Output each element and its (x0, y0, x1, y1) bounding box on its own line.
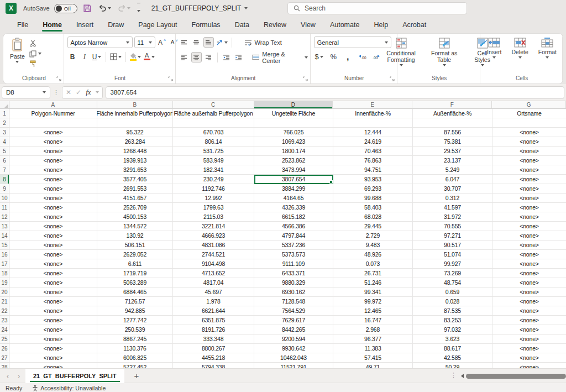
cell-G28[interactable]: <none> (492, 363, 566, 368)
cell-F17[interactable]: 99.927 (413, 259, 492, 269)
cell-A24[interactable]: <none> (9, 325, 97, 334)
cell-C18[interactable]: 4713.652 (173, 269, 254, 278)
cell-C4[interactable]: 806.14 (173, 137, 254, 147)
cell-A11[interactable]: <none> (9, 203, 97, 212)
select-all-corner[interactable] (0, 101, 9, 109)
clipboard-dialog-launcher-icon[interactable] (56, 76, 61, 81)
cell-G4[interactable]: <none> (492, 137, 566, 147)
cell-G7[interactable]: <none> (492, 165, 566, 175)
cell-D17[interactable]: 9111.109 (254, 259, 333, 269)
cell-E3[interactable]: 12.444 (333, 128, 413, 137)
cell-E27[interactable]: 57.415 (333, 353, 413, 363)
cell-F26[interactable]: 88.617 (413, 344, 492, 353)
row-header-15[interactable]: 15 (0, 241, 9, 250)
cell-B1[interactable]: Fläche innerhalb Pufferpolygon (97, 109, 173, 118)
format-cells-button[interactable]: Format (535, 36, 560, 60)
cell-B24[interactable]: 250.539 (97, 325, 173, 334)
cell-G6[interactable]: <none> (492, 156, 566, 165)
cell-G5[interactable]: <none> (492, 147, 566, 156)
cell-B5[interactable]: 1268.448 (97, 147, 173, 156)
cell-E20[interactable]: 99.341 (333, 288, 413, 297)
cell-A10[interactable]: <none> (9, 194, 97, 203)
cell-C20[interactable]: 45.697 (173, 288, 254, 297)
row-header-27[interactable]: 27 (0, 353, 9, 363)
cell-A22[interactable]: <none> (9, 306, 97, 316)
formula-input[interactable]: 3807.654 (106, 86, 564, 99)
menu-tab-data[interactable]: Data (228, 18, 256, 33)
cell-B7[interactable]: 3291.653 (97, 165, 173, 175)
cell-D24[interactable]: 8442.265 (254, 325, 333, 334)
cell-E1[interactable]: Innenfläche-% (333, 109, 413, 118)
cell-G15[interactable]: <none> (492, 241, 566, 250)
increase-indent-button[interactable] (233, 52, 244, 62)
cell-F21[interactable]: 0.028 (413, 297, 492, 306)
cell-A1[interactable]: Polygon-Nummer (9, 109, 97, 118)
cell-D10[interactable]: 4164.65 (254, 194, 333, 203)
align-left-button[interactable] (179, 52, 190, 62)
cell-C13[interactable]: 3221.814 (173, 222, 254, 231)
cell-B10[interactable]: 4151.657 (97, 194, 173, 203)
row-header-7[interactable]: 7 (0, 165, 9, 175)
cell-B2[interactable] (97, 118, 173, 128)
cell-E4[interactable]: 24.619 (333, 137, 413, 147)
prev-sheet-button[interactable]: ‹ (3, 372, 12, 380)
cell-C16[interactable]: 2744.521 (173, 250, 254, 259)
row-header-17[interactable]: 17 (0, 259, 9, 269)
cancel-icon[interactable]: ✕ (66, 88, 71, 96)
cell-E23[interactable]: 16.747 (333, 316, 413, 325)
borders-button[interactable] (109, 51, 122, 62)
cell-G17[interactable]: <none> (492, 259, 566, 269)
enter-icon[interactable]: ✓ (76, 88, 81, 96)
cell-C3[interactable]: 670.703 (173, 128, 254, 137)
row-header-3[interactable]: 3 (0, 128, 9, 137)
cell-F12[interactable]: 31.972 (413, 212, 492, 222)
cell-G11[interactable]: <none> (492, 203, 566, 212)
cell-F2[interactable] (413, 118, 492, 128)
cell-D15[interactable]: 5337.236 (254, 241, 333, 250)
next-sheet-button[interactable]: › (14, 372, 23, 380)
increase-decimal-button[interactable]: .00 (357, 51, 368, 62)
cell-F10[interactable]: 0.312 (413, 194, 492, 203)
cell-G1[interactable]: Ortsname (492, 109, 566, 118)
row-header-21[interactable]: 21 (0, 297, 9, 306)
cell-C26[interactable]: 8800.267 (173, 344, 254, 353)
cell-C8[interactable]: 230.249 (173, 175, 254, 184)
cell-B19[interactable]: 5063.289 (97, 278, 173, 288)
menu-tab-insert[interactable]: Insert (69, 18, 101, 33)
cell-G21[interactable]: <none> (492, 297, 566, 306)
cell-E2[interactable] (333, 118, 413, 128)
cell-F25[interactable]: 3.623 (413, 334, 492, 344)
cell-F27[interactable]: 42.585 (413, 353, 492, 363)
cell-A28[interactable]: <none> (9, 363, 97, 368)
cell-F3[interactable]: 87.556 (413, 128, 492, 137)
cell-A27[interactable]: <none> (9, 353, 97, 363)
row-header-20[interactable]: 20 (0, 288, 9, 297)
cell-G25[interactable]: <none> (492, 334, 566, 344)
cell-G23[interactable]: <none> (492, 316, 566, 325)
cell-G22[interactable]: <none> (492, 306, 566, 316)
cell-A13[interactable]: <none> (9, 222, 97, 231)
cell-E6[interactable]: 76.863 (333, 156, 413, 165)
cell-C27[interactable]: 4455.218 (173, 353, 254, 363)
menu-tab-file[interactable]: File (10, 18, 35, 33)
row-header-24[interactable]: 24 (0, 325, 9, 334)
cell-D27[interactable]: 10462.043 (254, 353, 333, 363)
cell-B28[interactable]: 5727.452 (97, 363, 173, 368)
font-name-select[interactable]: Aptos Narrow (67, 36, 133, 48)
row-header-5[interactable]: 5 (0, 147, 9, 156)
cell-F5[interactable]: 29.537 (413, 147, 492, 156)
column-header-D[interactable]: D (254, 101, 333, 109)
cell-A20[interactable]: <none> (9, 288, 97, 297)
cell-B11[interactable]: 2526.709 (97, 203, 173, 212)
cell-E28[interactable]: 49.71 (333, 363, 413, 368)
row-header-13[interactable]: 13 (0, 222, 9, 231)
cell-D7[interactable]: 3473.994 (254, 165, 333, 175)
font-color-button[interactable]: A (143, 51, 155, 62)
cell-F24[interactable]: 97.032 (413, 325, 492, 334)
cell-G14[interactable]: <none> (492, 231, 566, 241)
cell-A26[interactable]: <none> (9, 344, 97, 353)
cell-F7[interactable]: 5.249 (413, 165, 492, 175)
accessibility-status[interactable]: Accessibility: Unavailable (32, 385, 106, 391)
cell-A8[interactable]: <none> (9, 175, 97, 184)
font-size-select[interactable]: 11 (134, 36, 155, 48)
